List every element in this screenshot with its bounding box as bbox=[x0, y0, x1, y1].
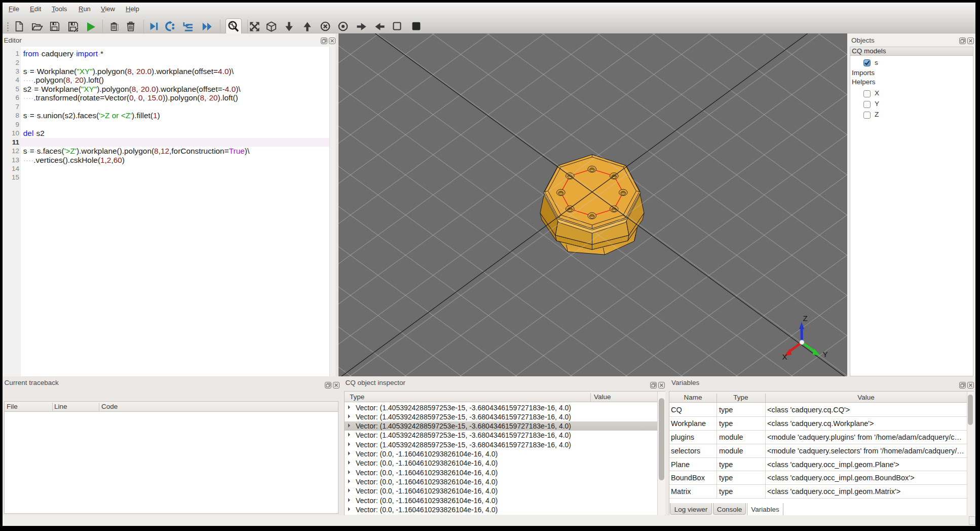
svg-text:Z: Z bbox=[803, 314, 808, 323]
svg-text:X: X bbox=[782, 352, 787, 361]
svg-text:Y: Y bbox=[823, 350, 828, 359]
